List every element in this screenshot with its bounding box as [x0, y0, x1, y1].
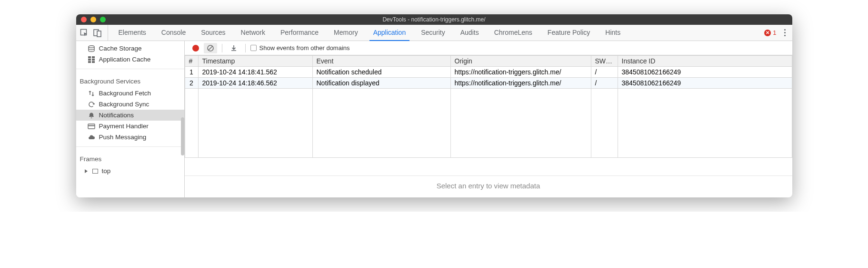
record-button[interactable]	[190, 43, 202, 53]
checkbox-label: Show events from other domains	[259, 44, 350, 52]
sidebar-item-cache-storage[interactable]: Cache Storage	[76, 43, 184, 54]
devtools-tabstrip: ElementsConsoleSourcesNetworkPerformance…	[76, 25, 792, 41]
sidebar-item-label: Background Sync	[99, 101, 150, 108]
svg-rect-4	[88, 56, 91, 58]
sidebar-group-frames: Frames	[76, 151, 184, 165]
table-row[interactable]: 22019-10-24 14:18:46.562Notification dis…	[185, 78, 792, 89]
sidebar-item-label: Application Cache	[99, 56, 151, 63]
cell-event: Notification scheduled	[312, 67, 450, 78]
window-traffic-lights	[76, 17, 106, 22]
svg-rect-11	[88, 125, 95, 126]
download-button[interactable]	[227, 43, 240, 53]
caret-right-icon	[85, 169, 88, 173]
download-icon	[230, 44, 238, 52]
table-row[interactable]: 12019-10-24 14:18:41.562Notification sch…	[185, 67, 792, 78]
card-icon	[88, 124, 95, 129]
sidebar-item-notifications[interactable]: Notifications	[76, 110, 184, 121]
close-window-button[interactable]	[81, 17, 87, 22]
cell-instance-id: 3845081062166249	[618, 67, 792, 78]
sidebar-item-background-fetch[interactable]: Background Fetch	[76, 88, 184, 99]
svg-rect-9	[92, 61, 95, 63]
cell-origin: https://notification-triggers.glitch.me/	[450, 78, 591, 89]
tab-console[interactable]: Console	[160, 25, 188, 41]
tab-elements[interactable]: Elements	[117, 25, 148, 41]
metadata-placeholder: Select an entry to view metadata	[185, 175, 792, 197]
cloud-icon	[88, 134, 95, 140]
tab-performance[interactable]: Performance	[279, 25, 320, 41]
cell-event: Notification displayed	[312, 78, 450, 89]
device-toolbar-icon[interactable]	[93, 29, 102, 37]
tab-security[interactable]: Security	[419, 25, 447, 41]
ban-icon	[207, 44, 214, 52]
tab-hints[interactable]: Hints	[603, 25, 622, 41]
svg-rect-7	[92, 59, 95, 61]
col-number[interactable]: #	[185, 56, 198, 67]
database-icon	[88, 45, 95, 52]
cell-number: 1	[185, 67, 198, 78]
tab-memory[interactable]: Memory	[332, 25, 360, 41]
col-timestamp[interactable]: Timestamp	[198, 56, 312, 67]
cell-sw-scope: /	[591, 78, 618, 89]
col-instance-id[interactable]: Instance ID	[618, 56, 792, 67]
svg-line-13	[209, 46, 212, 50]
swap-icon	[88, 90, 95, 97]
more-menu-icon[interactable]	[781, 26, 788, 39]
main-area: Cache Storage Application Cache Backgrou…	[76, 41, 792, 197]
error-icon: ✕	[764, 30, 771, 36]
cell-number: 2	[185, 78, 198, 89]
window-title: DevTools - notification-triggers.glitch.…	[76, 16, 792, 23]
tab-feature-policy[interactable]: Feature Policy	[546, 25, 592, 41]
cell-instance-id: 3845081062166249	[618, 78, 792, 89]
tab-audits[interactable]: Audits	[459, 25, 481, 41]
table-header-row: # Timestamp Event Origin SW … Instance I…	[185, 56, 792, 67]
svg-rect-10	[88, 124, 95, 129]
maximize-window-button[interactable]	[100, 17, 106, 22]
cell-timestamp: 2019-10-24 14:18:46.562	[198, 78, 312, 89]
checkbox-icon	[250, 45, 257, 51]
show-other-domains-checkbox[interactable]: Show events from other domains	[250, 44, 350, 52]
col-origin[interactable]: Origin	[450, 56, 591, 67]
tab-chromelens[interactable]: ChromeLens	[492, 25, 534, 41]
sidebar-item-payment-handler[interactable]: Payment Handler	[76, 121, 184, 132]
events-toolbar: Show events from other domains	[185, 41, 792, 55]
sidebar-item-label: Cache Storage	[99, 45, 142, 52]
sidebar-item-label: Push Messaging	[99, 134, 147, 141]
titlebar: DevTools - notification-triggers.glitch.…	[76, 14, 792, 25]
minimize-window-button[interactable]	[90, 17, 96, 22]
sidebar-item-label: Payment Handler	[99, 123, 149, 130]
tab-application[interactable]: Application	[371, 25, 408, 41]
svg-rect-6	[88, 59, 91, 61]
cell-origin: https://notification-triggers.glitch.me/	[450, 67, 591, 78]
sidebar-item-application-cache[interactable]: Application Cache	[76, 54, 184, 65]
col-sw-scope[interactable]: SW …	[591, 56, 618, 67]
svg-rect-2	[97, 31, 101, 37]
sidebar-item-label: Notifications	[99, 112, 134, 119]
clear-button[interactable]	[204, 43, 217, 53]
sidebar-group-background-services: Background Services	[76, 73, 184, 88]
sidebar-item-label: top	[102, 167, 111, 175]
tab-sources[interactable]: Sources	[199, 25, 227, 41]
col-event[interactable]: Event	[312, 56, 450, 67]
bell-icon	[88, 112, 95, 119]
svg-rect-5	[92, 56, 95, 58]
sidebar-item-frame-top[interactable]: top	[76, 165, 184, 176]
svg-rect-8	[88, 61, 91, 63]
cell-sw-scope: /	[591, 67, 618, 78]
tab-network[interactable]: Network	[239, 25, 267, 41]
sync-icon	[88, 101, 95, 108]
content-pane: Show events from other domains # Timesta…	[185, 41, 792, 197]
record-dot-icon	[192, 45, 199, 52]
events-table: # Timestamp Event Origin SW … Instance I…	[185, 55, 792, 175]
svg-point-3	[89, 45, 94, 47]
sidebar-item-push-messaging[interactable]: Push Messaging	[76, 132, 184, 143]
inspect-element-icon[interactable]	[80, 29, 89, 37]
error-count-badge[interactable]: ✕ 1	[764, 29, 776, 36]
frame-icon	[92, 169, 98, 174]
cell-timestamp: 2019-10-24 14:18:41.562	[198, 67, 312, 78]
sidebar-item-background-sync[interactable]: Background Sync	[76, 99, 184, 110]
devtools-window: DevTools - notification-triggers.glitch.…	[76, 14, 792, 197]
application-sidebar: Cache Storage Application Cache Backgrou…	[76, 41, 185, 197]
sidebar-item-label: Background Fetch	[99, 90, 151, 97]
grid-icon	[88, 56, 95, 63]
error-count: 1	[773, 29, 776, 36]
